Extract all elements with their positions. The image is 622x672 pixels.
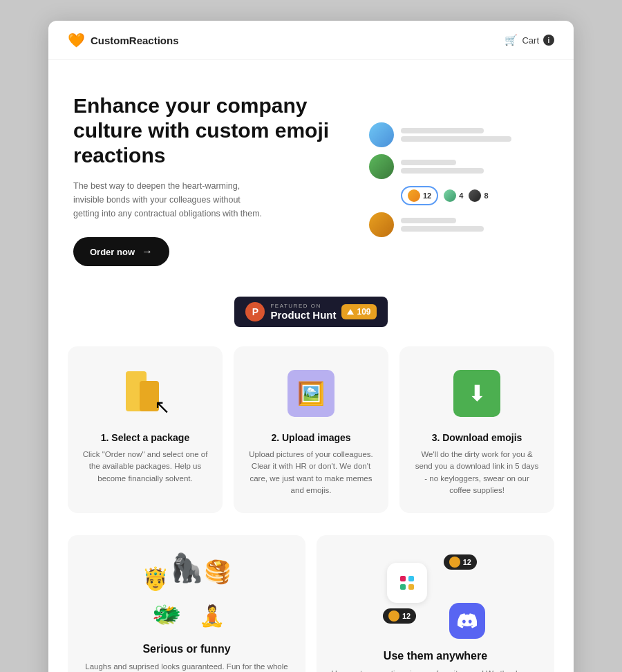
serious-funny-desc: Laughs and suprised looks guaranteed. Fu… bbox=[82, 661, 292, 672]
emoji-dragon: 🐲 bbox=[152, 600, 181, 628]
reaction-avatar-3 bbox=[469, 189, 481, 202]
reaction-plain-2[interactable]: 8 bbox=[469, 189, 488, 202]
use-anywhere-card: 12 12 Use them anywhere Use custom react… bbox=[317, 535, 554, 672]
step-card-1: ↖ 1. Select a package Click "Order now" … bbox=[68, 346, 223, 513]
logo-area: 🧡 CustomReactions bbox=[68, 32, 179, 48]
step-1-desc: Click "Order now" and select one of the … bbox=[82, 449, 209, 485]
ph-featured-label: FEATURED ON bbox=[270, 303, 336, 309]
step-3-title: 3. Download emojis bbox=[432, 432, 522, 443]
step-3-icon: ⬇ bbox=[453, 370, 500, 417]
info-icon[interactable]: i bbox=[543, 35, 554, 46]
emoji-gorilla: 🦍 bbox=[169, 552, 204, 584]
logo-icon: 🧡 bbox=[68, 32, 85, 48]
svg-rect-0 bbox=[400, 576, 406, 581]
ph-count-value: 109 bbox=[357, 307, 370, 317]
reaction-row: 12 4 8 bbox=[401, 186, 549, 205]
hero-subtitle: The best way to deepen the heart-warming… bbox=[73, 179, 267, 221]
rb-avatar-1 bbox=[449, 557, 460, 568]
svg-rect-1 bbox=[408, 576, 414, 581]
logo-text: CustomReactions bbox=[91, 35, 179, 46]
reaction-badge-float-2: 12 bbox=[383, 608, 416, 624]
step-1-icon: ↖ bbox=[120, 368, 170, 418]
chat-line bbox=[401, 168, 484, 174]
emoji-king: 🤴 bbox=[142, 566, 169, 592]
use-anywhere-desc: Use custom reactions in your favorite ap… bbox=[330, 668, 540, 672]
chat-row-3 bbox=[369, 212, 549, 237]
step-card-2: 🖼️ 2. Upload images Upload pictures of y… bbox=[234, 346, 388, 513]
rb-avatar-2 bbox=[388, 610, 399, 622]
use-anywhere-visual: 12 12 bbox=[380, 552, 491, 642]
avatar-3 bbox=[369, 212, 394, 237]
emoji-pancake: 🥞 bbox=[204, 559, 232, 585]
ph-upvote-icon bbox=[347, 309, 354, 315]
hero-right: 12 4 8 bbox=[369, 122, 549, 237]
hero-left: Enhance your company culture with custom… bbox=[73, 93, 347, 266]
browser-window: 🧡 CustomReactions 🛒 Cart i Enhance your … bbox=[48, 21, 574, 672]
chat-line bbox=[401, 128, 484, 133]
step-2-title: 2. Upload images bbox=[271, 432, 350, 443]
order-now-button[interactable]: Order now → bbox=[73, 237, 169, 266]
chat-line bbox=[401, 160, 456, 165]
step-3-icon-area: ⬇ bbox=[449, 366, 505, 421]
reaction-count-1: 12 bbox=[423, 192, 431, 200]
step-1-title: 1. Select a package bbox=[101, 432, 189, 443]
cart-icon: 🛒 bbox=[505, 34, 518, 46]
step-1-icon-area: ↖ bbox=[117, 366, 173, 421]
bottom-cards: 🦍 🤴 🥞 🐲 🧘 Serious or funny Laughs and su… bbox=[48, 535, 574, 672]
ph-count: 109 bbox=[341, 304, 376, 319]
serious-funny-card: 🦍 🤴 🥞 🐲 🧘 Serious or funny Laughs and su… bbox=[68, 535, 305, 672]
download-icon: ⬇ bbox=[468, 380, 487, 407]
page-wrapper: 🧡 CustomReactions 🛒 Cart i Enhance your … bbox=[0, 0, 622, 672]
step-2-desc: Upload pictures of your colleagues. Clea… bbox=[247, 449, 375, 496]
hero-title: Enhance your company culture with custom… bbox=[73, 93, 347, 168]
emoji-cluster: 🦍 🤴 🥞 🐲 🧘 bbox=[138, 552, 235, 635]
ph-name: Product Hunt bbox=[270, 309, 336, 321]
product-hunt-logo: P bbox=[245, 302, 265, 321]
image-icon: 🖼️ bbox=[297, 380, 325, 407]
discord-icon bbox=[449, 603, 485, 639]
chat-lines-3 bbox=[401, 218, 484, 232]
reaction-avatar-1 bbox=[408, 189, 420, 202]
step-3-desc: We'll do the dirty work for you & send y… bbox=[413, 449, 540, 496]
serious-funny-title: Serious or funny bbox=[142, 643, 230, 655]
nav-right: 🛒 Cart i bbox=[505, 34, 554, 46]
rb-count-2: 12 bbox=[402, 612, 411, 620]
ph-text-area: FEATURED ON Product Hunt bbox=[270, 303, 336, 321]
avatar-2 bbox=[369, 154, 394, 179]
reaction-pill-1[interactable]: 12 bbox=[401, 186, 438, 205]
svg-rect-2 bbox=[400, 584, 406, 590]
reaction-count-2: 4 bbox=[459, 192, 463, 200]
chat-line bbox=[401, 136, 511, 142]
hero-section: Enhance your company culture with custom… bbox=[48, 60, 574, 291]
reaction-avatar-2 bbox=[444, 189, 456, 202]
product-hunt-badge-wrapper: P FEATURED ON Product Hunt 109 bbox=[48, 291, 574, 346]
chat-lines-2 bbox=[401, 160, 484, 174]
step-2-icon-area: 🖼️ bbox=[283, 366, 339, 421]
steps-section: ↖ 1. Select a package Click "Order now" … bbox=[48, 346, 574, 535]
step-2-icon: 🖼️ bbox=[288, 370, 334, 417]
chat-row-1 bbox=[369, 122, 549, 147]
step-card-3: ⬇ 3. Download emojis We'll do the dirty … bbox=[399, 346, 554, 513]
cart-label[interactable]: Cart bbox=[522, 35, 539, 46]
chat-row-2 bbox=[369, 154, 549, 179]
cursor-icon: ↖ bbox=[154, 395, 170, 418]
svg-rect-3 bbox=[408, 584, 414, 590]
navbar: 🧡 CustomReactions 🛒 Cart i bbox=[48, 21, 574, 60]
emoji-person: 🧘 bbox=[199, 604, 225, 628]
product-hunt-badge[interactable]: P FEATURED ON Product Hunt 109 bbox=[234, 297, 387, 327]
rb-count-1: 12 bbox=[463, 558, 471, 566]
chat-line bbox=[401, 218, 456, 223]
avatar-1 bbox=[369, 122, 394, 147]
slack-icon bbox=[387, 563, 427, 603]
order-now-label: Order now bbox=[90, 247, 135, 257]
reaction-badge-float-1: 12 bbox=[444, 554, 477, 570]
reaction-plain-1[interactable]: 4 bbox=[444, 189, 463, 202]
chat-lines-1 bbox=[401, 128, 511, 142]
arrow-icon: → bbox=[142, 245, 153, 258]
chat-line bbox=[401, 226, 484, 232]
use-anywhere-title: Use them anywhere bbox=[384, 650, 487, 662]
reaction-count-3: 8 bbox=[484, 192, 488, 200]
